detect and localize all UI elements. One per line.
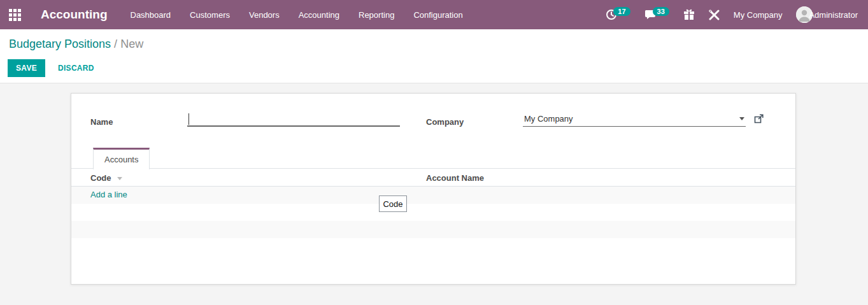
support-tools-button[interactable] <box>709 10 720 20</box>
action-buttons: SAVE DISCARD <box>8 59 98 77</box>
tools-icon <box>709 10 720 20</box>
apps-grid-icon <box>9 9 21 21</box>
user-name: Administrator <box>809 10 858 20</box>
table-row: Add a line <box>71 187 795 204</box>
add-a-line-link[interactable]: Add a line <box>90 190 127 199</box>
nav-item-reporting[interactable]: Reporting <box>359 10 394 20</box>
messages-badge: 33 <box>653 7 669 16</box>
main-content: Name Company My Company Accounts Code <box>0 84 868 305</box>
company-field-label: Company <box>426 117 464 127</box>
form-card: Name Company My Company Accounts Code <box>71 93 796 285</box>
code-tooltip: Code <box>379 195 407 212</box>
app-title[interactable]: Accounting <box>41 8 108 22</box>
top-navbar: Accounting Dashboard Customers Vendors A… <box>0 0 868 29</box>
text-cursor <box>189 113 189 125</box>
tab-accounts[interactable]: Accounts <box>93 148 150 169</box>
nav-item-customers[interactable]: Customers <box>190 10 230 20</box>
breadcrumb-separator: / <box>114 38 117 50</box>
nav-item-accounting[interactable]: Accounting <box>299 10 339 20</box>
activities-button[interactable]: 17 <box>606 9 630 20</box>
breadcrumb-parent-link[interactable]: Budgetary Positions <box>9 38 111 50</box>
table-header-row: Code Account Name <box>71 169 795 187</box>
table-row <box>71 221 795 238</box>
nav-item-vendors[interactable]: Vendors <box>249 10 280 20</box>
company-select[interactable]: My Company <box>523 111 746 127</box>
user-menu[interactable]: Administrator <box>796 6 858 23</box>
gift-icon <box>683 9 695 20</box>
gift-button[interactable] <box>683 9 695 20</box>
nav-item-dashboard[interactable]: Dashboard <box>131 10 171 20</box>
column-header-account-name-label: Account Name <box>426 173 484 183</box>
name-field[interactable] <box>187 111 400 127</box>
chevron-down-icon <box>739 117 744 120</box>
main-menu: Dashboard Customers Vendors Accounting R… <box>131 10 463 20</box>
discard-button[interactable]: DISCARD <box>54 59 98 77</box>
name-field-label: Name <box>90 117 113 127</box>
apps-menu-button[interactable] <box>0 0 29 29</box>
save-button[interactable]: SAVE <box>8 59 45 77</box>
column-header-code-label: Code <box>90 173 111 183</box>
notebook-tabbar: Accounts <box>71 148 795 169</box>
company-switcher[interactable]: My Company <box>734 10 783 20</box>
messages-button[interactable]: 33 <box>644 9 669 20</box>
external-link-icon <box>754 114 764 124</box>
control-panel: Budgetary Positions / New SAVE DISCARD <box>0 29 868 83</box>
systray: 17 33 My Company <box>606 6 868 23</box>
column-header-account-name[interactable]: Account Name <box>426 173 484 183</box>
company-select-value: My Company <box>523 114 573 124</box>
external-link-button[interactable] <box>754 114 764 126</box>
nav-item-configuration[interactable]: Configuration <box>413 10 462 20</box>
sort-caret-icon <box>117 177 122 180</box>
activities-badge: 17 <box>613 7 630 16</box>
table-row <box>71 204 795 221</box>
column-header-code[interactable]: Code <box>90 173 122 183</box>
breadcrumb: Budgetary Positions / New <box>9 38 143 51</box>
name-input[interactable] <box>187 111 400 125</box>
breadcrumb-current: New <box>120 38 143 50</box>
